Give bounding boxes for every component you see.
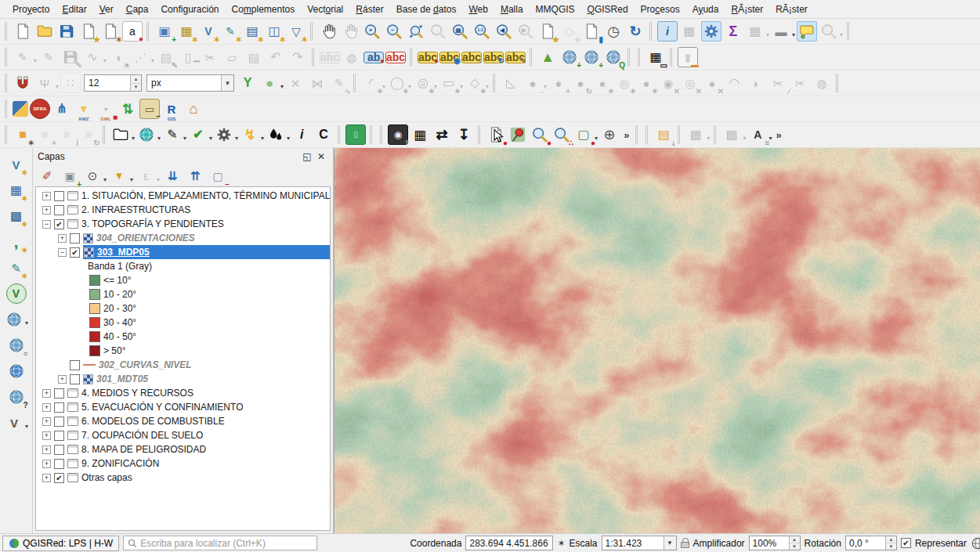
- add-tiled-layer-button[interactable]: ◫✶: [264, 21, 284, 41]
- cube-add-button[interactable]: ■+: [34, 124, 55, 145]
- map-tips-button[interactable]: [797, 21, 817, 41]
- grid-edit-button[interactable]: ▩: [721, 124, 742, 145]
- zoom-tool-button[interactable]: [819, 21, 839, 41]
- filter-legend-button[interactable]: ▼: [109, 166, 129, 186]
- layer-tree-row[interactable]: +8. MAPA DE PELIGROSIDAD: [36, 442, 330, 456]
- save-edits-button[interactable]: ✎: [60, 47, 81, 67]
- menu-raster-plugin-2[interactable]: RÃ¡ster: [769, 2, 814, 17]
- pin-unpin-labels-button[interactable]: abc●: [418, 52, 438, 63]
- paste-features-button[interactable]: ▤: [244, 47, 264, 67]
- menu-procesos[interactable]: Procesos: [635, 2, 686, 17]
- add-spatialite-dock[interactable]: ✎✶: [6, 258, 27, 278]
- topology-branch-button[interactable]: ⋔: [52, 99, 72, 119]
- layer-visibility-checkbox[interactable]: ✔: [54, 219, 64, 229]
- layer-tree-row[interactable]: 20 - 30°: [36, 301, 330, 316]
- tree-expander-icon[interactable]: +: [42, 417, 51, 426]
- new-print-layout-button[interactable]: ★: [78, 21, 99, 41]
- map-swipe-button-dropdown-icon[interactable]: ▾: [707, 135, 710, 142]
- reshape-features-button[interactable]: ◗: [746, 73, 766, 93]
- layer-tree-row[interactable]: > 50°: [36, 344, 330, 358]
- menu-qgisred[interactable]: QGISRed: [581, 2, 635, 17]
- move-label-button[interactable]: abc→: [461, 52, 482, 63]
- copy-features-button[interactable]: ▱: [222, 47, 242, 67]
- data-source-manager-button[interactable]: ▣+: [154, 21, 175, 41]
- magnifier-up-icon[interactable]: ▲: [790, 536, 800, 543]
- copy-point-button[interactable]: ●: [486, 124, 506, 145]
- delete-selected-button[interactable]: ▯▔: [178, 47, 198, 67]
- layer-tree-row[interactable]: +5. EVACUACIÓN Y CONFINAMIENTO: [36, 400, 330, 414]
- measure-button-dropdown-icon[interactable]: ▾: [792, 32, 795, 38]
- menu-ayuda[interactable]: Ayuda: [686, 2, 725, 17]
- filter-expression-button-dropdown-icon[interactable]: ▾: [157, 177, 160, 183]
- panel-close-icon[interactable]: ✕: [314, 150, 328, 163]
- add-virtual-layer-dock[interactable]: V: [6, 283, 27, 304]
- qgisred-network-button[interactable]: [136, 124, 157, 145]
- x-tool-button[interactable]: ✕: [285, 73, 306, 93]
- extents-toggle-icon[interactable]: ✶: [557, 538, 565, 549]
- selected-layer-highlight[interactable]: 303_MDP05: [83, 245, 330, 259]
- zoom-last-button[interactable]: ◀: [494, 21, 514, 41]
- layer-import-button[interactable]: ▤↓: [653, 124, 674, 145]
- menu-web[interactable]: Web: [462, 2, 494, 17]
- add-scratch-layer-button[interactable]: ✎✶: [220, 21, 240, 41]
- snap-intersection-button[interactable]: ∷: [60, 73, 81, 93]
- style-manager-button[interactable]: a●: [122, 21, 143, 41]
- cut-features-button[interactable]: ✂: [200, 47, 220, 67]
- topology-editing-button[interactable]: Ψ: [34, 73, 55, 93]
- zoom-in-button[interactable]: +: [362, 21, 382, 41]
- qgisred-hydraulics-button[interactable]: [266, 124, 286, 145]
- render-checkbox[interactable]: ✔: [901, 538, 911, 548]
- layer-tree-row[interactable]: 40 - 50°: [36, 330, 330, 344]
- layer-visibility-checkbox[interactable]: [70, 360, 80, 370]
- layer-tree-row[interactable]: +9. ZONIFICACIÓN: [36, 456, 330, 471]
- split-parts-button[interactable]: ✂: [790, 73, 810, 93]
- qgisred-about-button[interactable]: i: [291, 124, 312, 145]
- identify-features-button[interactable]: i: [657, 21, 678, 41]
- layer-tree-row[interactable]: +✔Otras capas: [36, 471, 330, 485]
- zoom-to-layer-button[interactable]: ▤: [450, 21, 470, 41]
- map-swipe-button[interactable]: ▦: [685, 124, 706, 145]
- qgisred-run-button[interactable]: ↯: [240, 124, 260, 145]
- undo-button[interactable]: ↶: [266, 47, 286, 67]
- menu-raster[interactable]: Ráster: [349, 2, 389, 17]
- qgisred-tools-button[interactable]: [214, 124, 234, 145]
- tracing-button[interactable]: Y: [237, 73, 258, 93]
- show-bookmarks-button[interactable]: ▮: [581, 21, 602, 41]
- new-bookmark-button[interactable]: ★: [537, 21, 558, 41]
- layer-visibility-checkbox[interactable]: [70, 374, 80, 384]
- current-edits-button-dropdown-icon[interactable]: ▾: [34, 58, 37, 64]
- attribute-table-button-dropdown-icon[interactable]: ▾: [766, 32, 769, 38]
- qgisred-edit-button[interactable]: ✎: [162, 124, 183, 145]
- grid-edit-button-dropdown-icon[interactable]: ▾: [743, 135, 746, 142]
- menu-mmqgis[interactable]: MMQGIS: [530, 2, 581, 17]
- web-publish-2-button[interactable]: +: [581, 47, 602, 67]
- menu-vectorial[interactable]: Vectorial: [301, 2, 349, 17]
- open-project-button[interactable]: [34, 21, 55, 41]
- zoom-points-button[interactable]: ∴: [551, 124, 572, 145]
- manage-visibility-button[interactable]: ⊙: [82, 166, 103, 186]
- layer-visibility-checkbox[interactable]: [54, 417, 64, 427]
- gml-button[interactable]: ▪■GML: [96, 99, 116, 119]
- layer-diagram-options-button[interactable]: ◍: [342, 47, 362, 67]
- tree-expander-icon[interactable]: +: [42, 431, 51, 440]
- rgis-button[interactable]: RGIS: [161, 99, 182, 119]
- qgisred-project-button-dropdown-icon[interactable]: ▾: [132, 135, 135, 142]
- font-units-combo-arrow-icon[interactable]: ▼: [221, 75, 233, 91]
- pan-map-button[interactable]: [318, 21, 338, 41]
- layer-tree-row[interactable]: Banda 1 (Gray): [36, 259, 330, 273]
- add-vector-tile-dock[interactable]: V: [4, 413, 24, 433]
- add-part-button[interactable]: ●✶: [636, 73, 656, 93]
- zoom-out-button[interactable]: −: [384, 21, 404, 41]
- wireframe-globe-button[interactable]: ⊕: [599, 124, 620, 145]
- rotate-feature-button[interactable]: ●↻: [570, 73, 591, 93]
- home-button[interactable]: ⌂: [183, 99, 204, 119]
- menu-capa[interactable]: Capa: [120, 2, 155, 17]
- geometry-updater-button[interactable]: ⇅: [118, 99, 138, 119]
- font-units-combo[interactable]: px▼: [146, 74, 234, 92]
- move-feature-button[interactable]: ●→: [523, 73, 543, 93]
- toolbar-overflow-2[interactable]: »: [772, 129, 784, 141]
- layer-visibility-checkbox[interactable]: [54, 191, 64, 201]
- vertex-tool-button[interactable]: ⋰: [130, 47, 150, 67]
- fill-ring-button[interactable]: ◉✕: [658, 73, 678, 93]
- split-features-button[interactable]: ✂∕: [768, 73, 788, 93]
